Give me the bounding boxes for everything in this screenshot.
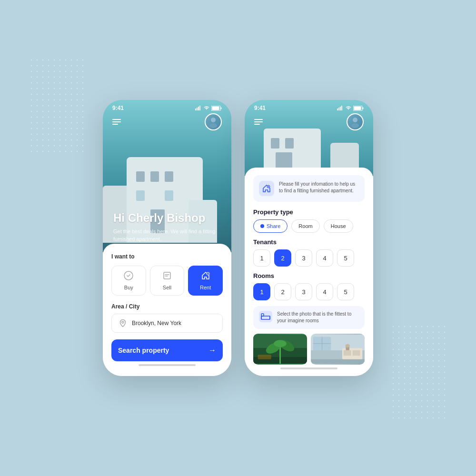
card-section-label: I want to [111, 253, 223, 260]
phone2-hero: 9:41 [245, 100, 373, 176]
share-label: Share [267, 223, 280, 229]
tenant-5[interactable]: 5 [337, 249, 354, 267]
svg-point-8 [209, 123, 217, 128]
area-value: Brooklyn, New York [132, 320, 181, 327]
svg-rect-39 [258, 355, 271, 359]
rent-label: Rent [200, 285, 211, 290]
photo-thumbnails [253, 334, 365, 365]
bedroom-art [311, 334, 365, 365]
type-share-button[interactable]: Share [253, 219, 288, 233]
status-bar-2: 9:41 [245, 100, 373, 114]
phone-1: 9:41 [103, 100, 231, 376]
svg-rect-45 [353, 350, 360, 356]
hero-text: Hi Cherly Bishop Get the best deals here… [113, 211, 221, 243]
rooms-selector: 1 2 3 4 5 [253, 283, 365, 300]
property-type-buttons: Share Room House [253, 219, 365, 233]
want-to-buttons: Buy Sell [111, 266, 223, 296]
home-indicator-1 [139, 364, 196, 366]
tenant-2[interactable]: 2 [274, 249, 291, 267]
svg-rect-6 [221, 107, 222, 109]
svg-point-7 [211, 118, 216, 122]
svg-point-47 [346, 344, 350, 348]
tenant-1[interactable]: 1 [253, 249, 270, 267]
arrow-icon: → [208, 346, 216, 355]
svg-rect-16 [337, 109, 338, 110]
type-house-button[interactable]: House [324, 219, 353, 233]
rent-icon [201, 271, 210, 283]
svg-rect-18 [340, 107, 341, 110]
room-5[interactable]: 5 [337, 283, 354, 300]
svg-point-38 [274, 340, 286, 347]
tenants-label: Tenants [253, 238, 365, 246]
battery-icon-2 [353, 106, 364, 111]
phone1-hero: 9:41 [103, 100, 231, 252]
svg-rect-5 [212, 106, 219, 110]
wifi-icon-2 [346, 106, 351, 110]
info-banner-text: Please fill your infomation to help us t… [279, 181, 359, 194]
living-room-art [253, 334, 307, 365]
room-label: Room [298, 223, 312, 229]
house-label: House [331, 223, 346, 229]
search-home-icon [259, 181, 274, 196]
status-bar-1: 9:41 [103, 100, 231, 114]
buy-label: Buy [124, 285, 133, 290]
photo-select-banner: Select the photo that is the fittest to … [253, 306, 365, 329]
svg-point-15 [122, 321, 124, 323]
svg-rect-0 [195, 109, 196, 110]
area-input[interactable]: Brooklyn, New York [111, 314, 223, 333]
svg-rect-2 [198, 107, 199, 110]
status-time-1: 9:41 [112, 105, 124, 111]
battery-icon [211, 106, 222, 111]
svg-rect-19 [341, 106, 342, 110]
property-type-label: Property type [253, 208, 365, 216]
svg-rect-29 [261, 314, 264, 316]
dot-pattern-top-left [29, 57, 86, 152]
buy-button[interactable]: Buy [111, 266, 146, 296]
phone-2: 9:41 [245, 100, 373, 376]
buy-icon [124, 271, 133, 283]
avatar-2[interactable] [347, 113, 364, 130]
tenant-4[interactable]: 4 [316, 249, 333, 267]
photo-thumb-living[interactable] [253, 334, 307, 365]
sell-label: Sell [163, 285, 171, 290]
avatar-1[interactable] [205, 113, 222, 130]
signal-icon [195, 106, 202, 110]
hero-greeting: Hi Cherly Bishop [113, 211, 221, 225]
room-4[interactable]: 4 [316, 283, 333, 300]
svg-rect-1 [197, 108, 198, 110]
bed-icon [259, 311, 272, 322]
room-3[interactable]: 3 [295, 283, 312, 300]
home-indicator-2 [280, 367, 337, 369]
active-dot [260, 224, 264, 228]
svg-rect-22 [363, 107, 364, 109]
svg-rect-28 [261, 316, 270, 319]
room-1[interactable]: 1 [253, 283, 270, 300]
svg-rect-17 [338, 108, 339, 110]
photo-thumb-bedroom[interactable] [311, 334, 365, 365]
room-2[interactable]: 2 [274, 283, 291, 300]
wifi-icon [204, 106, 209, 110]
search-property-button[interactable]: Search property → [111, 339, 223, 361]
svg-rect-3 [199, 106, 200, 110]
svg-rect-42 [311, 359, 365, 364]
area-label: Area / City [111, 303, 223, 310]
menu-icon[interactable] [112, 119, 121, 125]
sell-icon [162, 271, 172, 283]
rent-button[interactable]: Rent [188, 266, 223, 296]
status-icons-2 [337, 106, 364, 111]
status-icons-1 [195, 106, 222, 111]
info-banner: Please fill your infomation to help us t… [253, 175, 365, 202]
type-room-button[interactable]: Room [291, 219, 319, 233]
location-icon [119, 319, 127, 327]
phone1-navigation [103, 113, 231, 130]
photo-select-text: Select the photo that is the fittest to … [277, 311, 359, 324]
phone1-card: I want to Buy [103, 244, 231, 376]
sell-button[interactable]: Sell [150, 266, 185, 296]
signal-icon-2 [337, 106, 344, 110]
hero-subtitle: Get the best deals here. We will find a … [113, 228, 221, 243]
tenant-3[interactable]: 3 [295, 249, 312, 267]
rooms-label: Rooms [253, 272, 365, 279]
menu-icon-2[interactable] [254, 119, 263, 125]
svg-point-24 [351, 123, 359, 128]
dot-pattern-bottom-right [390, 324, 447, 419]
